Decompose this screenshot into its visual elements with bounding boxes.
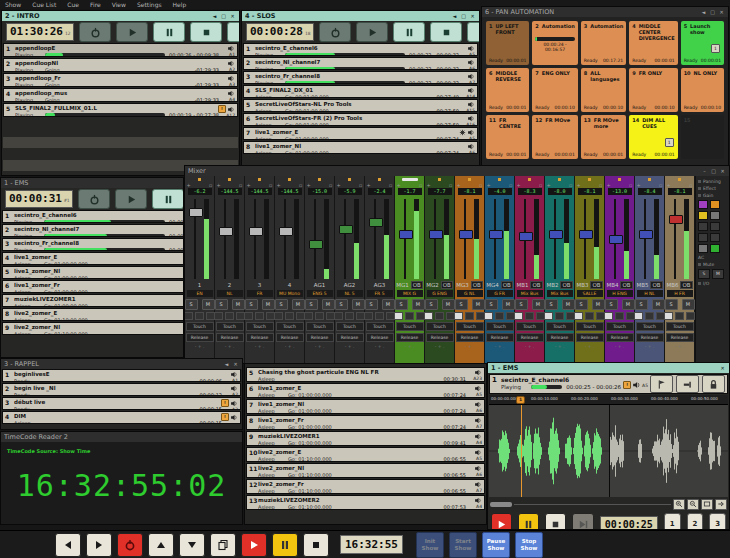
intro-power-button[interactable]	[79, 22, 111, 42]
editor-stop-button[interactable]	[545, 513, 566, 530]
sidebar-chip[interactable]	[698, 233, 708, 242]
stop-button[interactable]	[303, 533, 329, 557]
close-icon[interactable]: ✕	[229, 13, 236, 20]
close-icon[interactable]: ✕	[469, 13, 476, 20]
cue-row-3[interactable]: 3appendloop_FrPlayingGoing...-01:29:33A3	[3, 73, 238, 87]
fader-zone[interactable]	[575, 197, 604, 281]
menu-item-settings[interactable]: Settings	[137, 1, 162, 8]
mixer-strip-AG2[interactable]: +▫-5.9AG2NL 5SMTouchRelease- + .	[335, 176, 365, 364]
zoom-out-button[interactable]	[687, 499, 699, 510]
option-icon[interactable]: ▫	[419, 183, 422, 188]
option-icon[interactable]: ▫	[329, 183, 332, 188]
slos-stop-button[interactable]	[430, 22, 462, 42]
release-button[interactable]: Release	[396, 333, 424, 342]
solo-button[interactable]: S	[485, 299, 498, 310]
automation-mode-button[interactable]	[544, 312, 553, 320]
sidebar-mute[interactable]: Mute	[698, 262, 714, 267]
expand-icon[interactable]: +	[367, 183, 371, 188]
touch-button[interactable]: Touch	[186, 322, 214, 331]
option-icon[interactable]: ▫	[269, 183, 272, 188]
pan-cue-tile-4[interactable]: 4MIDDLE CENTER DIVERGENCEReady00:00:01	[629, 21, 677, 65]
pan-cue-tile-12[interactable]: 12FR MOveReady00:00:01	[532, 115, 577, 159]
mute-button[interactable]: M	[562, 299, 575, 310]
pan-cue-tile-10[interactable]: 10NL ONLYReady00:00:10	[681, 68, 724, 112]
release-button[interactable]: Release	[336, 333, 364, 342]
fader-zone[interactable]	[275, 197, 304, 281]
fader-cap[interactable]	[489, 230, 503, 239]
release-button[interactable]: Release	[276, 333, 304, 342]
automation-mode-button[interactable]	[675, 312, 684, 320]
pan-cue-tile-11[interactable]: 11FR CENTREReady00:00:01	[486, 115, 529, 159]
automation-mode-button[interactable]	[585, 312, 594, 320]
solo-button[interactable]: S	[665, 299, 678, 310]
close-icon[interactable]: ✕	[718, 9, 725, 16]
automation-mode-button[interactable]	[664, 312, 673, 320]
automation-mode-button[interactable]	[375, 312, 384, 320]
mixer-strip-MB5[interactable]: +▫-8.4MB5OBH NLSMTouchRelease- + .	[635, 176, 665, 364]
fader-zone[interactable]	[185, 197, 214, 281]
pan-cue-tile-5[interactable]: 5Launch showReady00:00:011	[681, 21, 724, 65]
close-icon[interactable]: ✕	[232, 361, 239, 368]
touch-button[interactable]: Touch	[456, 322, 484, 331]
mixer-strip-4[interactable]: +▫-144.54MU MonoSMTouchRelease- + .	[275, 176, 305, 364]
release-button[interactable]: Release	[186, 333, 214, 342]
automation-mode-button[interactable]	[495, 312, 504, 320]
timecode-titlebar[interactable]: TimeCode Reader 2	[1, 432, 242, 442]
automation-mode-button[interactable]	[274, 312, 283, 320]
slos-titlebar[interactable]: 4 - SLOS ◄□✕	[242, 11, 479, 21]
mute-button[interactable]: M	[502, 299, 515, 310]
automation-mode-button[interactable]	[424, 312, 433, 320]
pin-icon[interactable]: ◄	[700, 9, 707, 16]
follow-button[interactable]	[715, 499, 727, 510]
mute-button[interactable]: M	[592, 299, 605, 310]
menu-item-show[interactable]: Show	[5, 1, 21, 8]
release-button[interactable]: Release	[576, 333, 604, 342]
cue-row-5[interactable]: 5live1_zomer_NlAsleepGo: 01:00:00.000	[2, 266, 184, 279]
pan-cue-tile-7[interactable]: 7ENG ONLYReady00:00:10	[532, 68, 577, 112]
automation-mode-button[interactable]	[465, 312, 474, 320]
cue-row-11[interactable]: 11live2_zomer_NlAsleepGo: 01:10:00.00000…	[246, 463, 485, 478]
pan-cue-tile-9[interactable]: 9FR ONLYReady00:00:10	[629, 68, 677, 112]
page-button-1[interactable]: 1	[664, 513, 681, 530]
cue-row-4[interactable]: 4DIMAsleep00:00:15!	[2, 411, 241, 424]
release-button[interactable]: Release	[666, 333, 694, 342]
fader-zone[interactable]	[665, 197, 694, 281]
sidebar-mute-button[interactable]: M	[712, 269, 724, 279]
release-button[interactable]: Release	[306, 333, 334, 342]
touch-button[interactable]: Touch	[516, 322, 544, 331]
cue-row-12[interactable]: 12live2_zomer_FrAsleepGo: 01:10:00.00000…	[246, 479, 485, 494]
editor-cue-row[interactable]: 1secintro_E_channel6Playing00:00:25 - 00…	[489, 374, 728, 394]
mute-button[interactable]: M	[202, 299, 215, 310]
editor-play-button[interactable]	[491, 513, 512, 530]
solo-button[interactable]: S	[365, 299, 378, 310]
menu-item-help[interactable]: Help	[173, 1, 187, 8]
pan-titlebar[interactable]: 6 - PAN AUTOMATION ◄□✕	[482, 7, 728, 17]
fader-zone[interactable]	[605, 197, 634, 281]
option-icon[interactable]: ▫	[599, 183, 602, 188]
release-button[interactable]: Release	[486, 333, 514, 342]
expand-icon[interactable]: +	[277, 183, 281, 188]
waveform-scrollbar[interactable]	[490, 499, 727, 509]
cue-row-5[interactable]: 5Chasing the ghost particule ENG NL FRAs…	[246, 367, 485, 382]
cue-row-6[interactable]: 6SecretLiveOfStars-FR (2) Pro ToolsAslee…	[243, 113, 478, 126]
cue-row-2[interactable]: 2secintro_Nl_channel7Playing00:00:22 - 0…	[243, 57, 478, 70]
pan-cue-tile-15[interactable]: 15	[681, 115, 724, 159]
touch-button[interactable]: Touch	[276, 322, 304, 331]
automation-mode-button[interactable]	[615, 312, 624, 320]
cue-row-6[interactable]: 6live1_zomer_FrAsleepGo: 01:00:00.000	[2, 280, 184, 293]
automation-mode-button[interactable]	[285, 312, 294, 320]
maximize-icon[interactable]: □	[460, 13, 467, 20]
solo-button[interactable]: S	[395, 299, 408, 310]
pan-cue-tile-2[interactable]: 2Automation00:00:24 - 00:16:57	[532, 21, 577, 65]
mute-button[interactable]: M	[532, 299, 545, 310]
play-button[interactable]	[241, 533, 267, 557]
fader-zone[interactable]	[425, 197, 454, 281]
pause-button[interactable]	[272, 533, 298, 557]
pin-icon[interactable]: ◄	[451, 13, 458, 20]
move-down-button[interactable]	[179, 533, 205, 557]
intro-titlebar[interactable]: 2 - INTRO ◄□✕	[2, 11, 239, 21]
minimize-icon[interactable]: –	[701, 168, 708, 175]
page-button-3[interactable]: 3	[709, 513, 726, 530]
sidebar-chip[interactable]	[698, 211, 708, 220]
mixer-titlebar[interactable]: Mixer –□✕	[185, 166, 729, 176]
